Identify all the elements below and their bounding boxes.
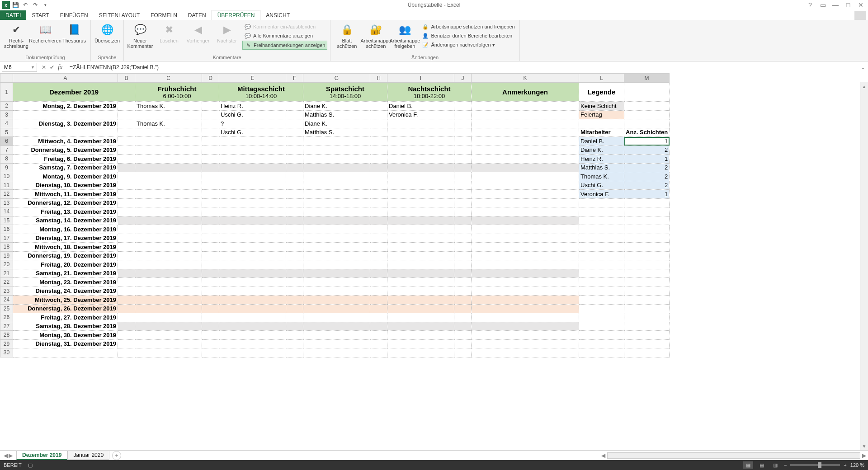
help-icon[interactable]: ?	[806, 0, 815, 9]
cell-D28[interactable]	[202, 331, 219, 340]
col-header-A[interactable]: A	[13, 74, 118, 83]
cell-L15[interactable]	[579, 216, 624, 225]
cell-J8[interactable]	[454, 155, 472, 164]
cell-A29[interactable]: Dienstag, 31. Dezember 2019	[13, 339, 118, 348]
cell-C13[interactable]	[135, 198, 202, 207]
row-header-22[interactable]: 22	[0, 278, 13, 287]
cell-H16[interactable]	[370, 225, 387, 234]
cell-G19[interactable]	[303, 251, 370, 260]
cell-D8[interactable]	[202, 155, 219, 164]
tab-formeln[interactable]: FORMELN	[145, 10, 183, 20]
zoom-slider[interactable]	[790, 464, 840, 466]
cell-L23[interactable]	[579, 287, 624, 296]
cell-B5[interactable]	[118, 128, 135, 137]
btn-blatt-schuetzen[interactable]: 🔒Blatt schützen	[333, 22, 360, 50]
add-sheet-icon[interactable]: +	[112, 451, 121, 460]
cell-J20[interactable]	[454, 260, 472, 269]
cell-J28[interactable]	[454, 331, 472, 340]
cell-K16[interactable]	[472, 225, 579, 234]
btn-uebersetzen[interactable]: 🌐Übersetzen	[94, 22, 121, 44]
cell-D4[interactable]	[202, 119, 219, 128]
btn-recherchieren[interactable]: 📖Recherchieren	[32, 22, 59, 44]
tab-start[interactable]: START	[26, 10, 54, 20]
cell-E27[interactable]	[219, 322, 286, 331]
cell-A6[interactable]: Mittwoch, 4. Dezember 2019	[13, 137, 118, 146]
cell-L24[interactable]	[579, 296, 624, 305]
cell-D22[interactable]	[202, 278, 219, 287]
cell-K13[interactable]	[472, 198, 579, 207]
cell-G20[interactable]	[303, 260, 370, 269]
col-header-D[interactable]: D	[202, 74, 219, 83]
cell-K20[interactable]	[472, 260, 579, 269]
cell-I26[interactable]	[387, 313, 454, 322]
cell-G30[interactable]	[303, 348, 370, 357]
cell-F3[interactable]	[286, 110, 303, 119]
cell-B25[interactable]	[118, 304, 135, 313]
cell-K24[interactable]	[472, 296, 579, 305]
btn-alle-kommentare[interactable]: 💬Alle Kommentare anzeigen	[242, 32, 327, 40]
btn-mappe-schuetzen[interactable]: 🔐Arbeitsmappe schützen	[362, 22, 389, 50]
cell-K29[interactable]	[472, 339, 579, 348]
cell-L4[interactable]	[579, 119, 624, 128]
cell-A26[interactable]: Freitag, 27. Dezember 2019	[13, 313, 118, 322]
cell-B11[interactable]	[118, 181, 135, 190]
cell[interactable]: Spätschicht14:00-18:00	[303, 83, 387, 102]
cell-M8[interactable]: 1	[624, 155, 670, 164]
row-header-18[interactable]: 18	[0, 243, 13, 252]
cell[interactable]: Anmerkungen	[472, 83, 579, 102]
row-header-21[interactable]: 21	[0, 269, 13, 278]
cell[interactable]: Dezember 2019	[13, 83, 135, 102]
cell-I22[interactable]	[387, 278, 454, 287]
cell-L3[interactable]: Feiertag	[579, 110, 624, 119]
cell-J7[interactable]	[454, 146, 472, 155]
cell-K3[interactable]	[472, 110, 579, 119]
col-header-I[interactable]: I	[387, 74, 454, 83]
cell-M25[interactable]	[624, 304, 670, 313]
cell-K11[interactable]	[472, 181, 579, 190]
cell[interactable]: Nachtschicht18:00-22:00	[387, 83, 472, 102]
cell-A9[interactable]: Samstag, 7. Dezember 2019	[13, 163, 118, 172]
btn-aenderungen-nachverfolgen[interactable]: 📝Änderungen nachverfolgen ▾	[420, 41, 516, 49]
cell-E20[interactable]	[219, 260, 286, 269]
redo-icon[interactable]: ↷	[31, 0, 40, 9]
cell-M28[interactable]	[624, 331, 670, 340]
cell-K23[interactable]	[472, 287, 579, 296]
cell-B15[interactable]	[118, 216, 135, 225]
col-header-K[interactable]: K	[472, 74, 579, 83]
cell-K5[interactable]	[472, 128, 579, 137]
sheet-tab-active[interactable]: Dezember 2019	[16, 451, 67, 460]
cell-A18[interactable]: Mittwoch, 18. Dezember 2019	[13, 243, 118, 252]
cell-H5[interactable]	[370, 128, 387, 137]
cell-C11[interactable]	[135, 181, 202, 190]
cell-M14[interactable]	[624, 207, 670, 216]
row-header-12[interactable]: 12	[0, 190, 13, 199]
cell-L28[interactable]	[579, 331, 624, 340]
zoom-in-icon[interactable]: +	[844, 462, 846, 468]
cell-J22[interactable]	[454, 278, 472, 287]
col-header-F[interactable]: F	[286, 74, 303, 83]
cell-M30[interactable]	[624, 348, 670, 357]
cell-L8[interactable]: Heinz R.	[579, 155, 624, 164]
cell-K22[interactable]	[472, 278, 579, 287]
cell-M20[interactable]	[624, 260, 670, 269]
cell-E11[interactable]	[219, 181, 286, 190]
cell-K27[interactable]	[472, 322, 579, 331]
cell-D16[interactable]	[202, 225, 219, 234]
cell-B29[interactable]	[118, 339, 135, 348]
cell-F12[interactable]	[286, 190, 303, 199]
btn-schuetzen-freigeben[interactable]: 🔒Arbeitsmappe schützen und freigeben	[420, 23, 516, 31]
cell-H4[interactable]	[370, 119, 387, 128]
cell-E6[interactable]	[219, 137, 286, 146]
cell-J2[interactable]	[454, 102, 472, 111]
row-header-5[interactable]: 5	[0, 128, 13, 137]
cell-G15[interactable]	[303, 216, 370, 225]
cell-M29[interactable]	[624, 339, 670, 348]
row-header-16[interactable]: 16	[0, 225, 13, 234]
cell-K7[interactable]	[472, 146, 579, 155]
cell-E24[interactable]	[219, 296, 286, 305]
cell-E25[interactable]	[219, 304, 286, 313]
cell-D14[interactable]	[202, 207, 219, 216]
cell-C5[interactable]	[135, 128, 202, 137]
cell-F26[interactable]	[286, 313, 303, 322]
cell-A16[interactable]: Montag, 16. Dezember 2019	[13, 225, 118, 234]
